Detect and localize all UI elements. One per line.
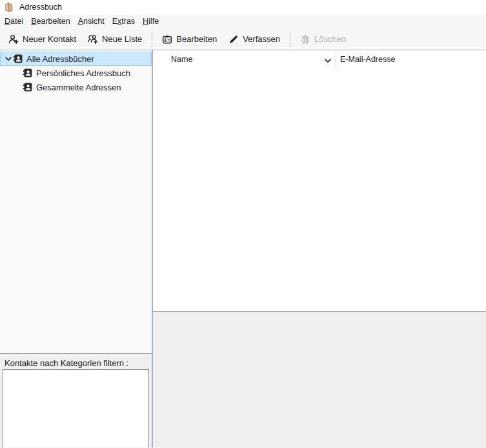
address-book-app-icon (4, 3, 14, 12)
new-contact-icon (8, 34, 19, 45)
edit-contact-label: Bearbeiten (176, 34, 217, 44)
tree-item-label: Gesammelte Adressen (36, 83, 121, 92)
tree-item-label: Persönliches Adressbuch (36, 68, 130, 78)
tree-item-gesammelte-adressen[interactable]: Gesammelte Adressen (0, 80, 152, 94)
delete-label: Löschen (314, 34, 346, 44)
compose-button[interactable]: Verfassen (223, 30, 286, 48)
contact-list-pane: Name E-Mail-Adresse (153, 50, 486, 447)
addressbook-icon (13, 54, 23, 64)
delete-button[interactable]: Löschen (294, 30, 352, 48)
category-filter-listbox[interactable] (3, 369, 149, 447)
addressbook-tree: Alle Adressbücher Persönliches Adressbuc… (0, 50, 152, 94)
toolbar-separator (290, 32, 290, 47)
tree-item-label: Alle Adressbücher (26, 54, 94, 64)
tree-item-persoenliches-adressbuch[interactable]: Persönliches Adressbuch (0, 66, 152, 80)
window-titlebar: Adressbuch (0, 0, 486, 14)
menu-ansicht[interactable]: Ansicht (74, 15, 108, 28)
column-header-name[interactable]: Name (153, 50, 336, 68)
new-list-button[interactable]: Neue Liste (82, 30, 148, 48)
column-header-email[interactable]: E-Mail-Adresse (336, 50, 486, 68)
edit-contact-icon (162, 34, 172, 45)
category-filter-label: Kontakte nach Kategorien filtern : (0, 354, 152, 368)
main-area: Alle Adressbücher Persönliches Adressbuc… (0, 50, 486, 447)
new-contact-button[interactable]: Neuer Kontakt (3, 30, 82, 48)
new-list-label: Neue Liste (102, 34, 142, 44)
menu-datei[interactable]: Datei (1, 15, 27, 28)
contact-list-header: Name E-Mail-Adresse (153, 50, 486, 68)
column-email-label: E-Mail-Adresse (340, 55, 395, 64)
new-list-icon (88, 34, 98, 45)
sort-chevron-icon (325, 56, 331, 65)
menu-bearbeiten[interactable]: Bearbeiten (27, 15, 74, 28)
menu-bar: Datei Bearbeiten Ansicht Extras Hilfe (0, 14, 486, 28)
column-name-label: Name (171, 55, 192, 64)
edit-contact-button[interactable]: Bearbeiten (156, 30, 223, 48)
tree-item-alle-adressbuecher[interactable]: Alle Adressbücher (0, 52, 152, 66)
toolbar-separator (152, 32, 152, 47)
expand-chevron-icon[interactable] (4, 57, 13, 61)
compose-label: Verfassen (243, 34, 280, 44)
contact-detail-pane (153, 311, 486, 447)
new-contact-label: Neuer Kontakt (23, 34, 76, 44)
window-title: Adressbuch (19, 3, 62, 12)
addressbook-icon (23, 82, 33, 92)
compose-icon (228, 34, 239, 45)
addressbook-icon (23, 68, 33, 78)
menu-hilfe[interactable]: Hilfe (139, 15, 163, 28)
menu-extras[interactable]: Extras (108, 15, 139, 28)
category-filter-section: Kontakte nach Kategorien filtern : (0, 353, 152, 447)
toolbar: Neuer Kontakt Neue Liste Bearbeiten Verf… (0, 28, 486, 50)
trash-icon (300, 34, 310, 45)
addressbook-tree-pane: Alle Adressbücher Persönliches Adressbuc… (0, 50, 152, 353)
